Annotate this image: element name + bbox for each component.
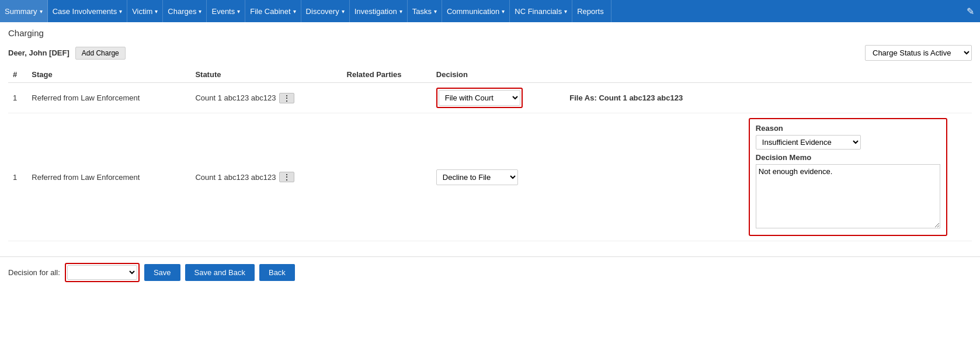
summary-arrow-icon: ▾	[40, 8, 43, 15]
row1-reason-col	[744, 83, 972, 113]
charges-table: # Stage Statute Related Parties Decision…	[8, 67, 972, 241]
reason-select[interactable]: Insufficient Evidence No Probable Cause …	[756, 135, 861, 150]
nav-item-events[interactable]: Events ▾	[207, 0, 245, 22]
victim-arrow-icon: ▾	[155, 8, 158, 15]
nav-item-nc-financials[interactable]: NC Financials ▾	[510, 0, 572, 22]
col-header-reason	[744, 67, 972, 83]
row2-number: 1	[8, 113, 27, 241]
row2-decision-select[interactable]: File with Court Decline to File No Actio…	[436, 169, 518, 185]
footer-bar: Decision for all: File with Court Declin…	[0, 256, 980, 288]
back-button[interactable]: Back	[259, 264, 295, 281]
nav-item-discovery[interactable]: Discovery ▾	[301, 0, 350, 22]
page-title: Charging	[0, 22, 980, 41]
tasks-arrow-icon: ▾	[434, 8, 437, 15]
row1-file-as-label: File As: Count 1 abc123 abc123	[569, 90, 683, 102]
row2-file-as-col	[565, 113, 744, 241]
case-involvements-arrow-icon: ▾	[119, 8, 122, 15]
table-row: 1 Referred from Law Enforcement Count 1 …	[8, 83, 972, 113]
row2-decision-cell: File with Court Decline to File No Actio…	[432, 113, 565, 241]
add-charge-button[interactable]: Add Charge	[75, 47, 126, 60]
charges-arrow-icon: ▾	[199, 8, 201, 15]
row1-statute-menu-button[interactable]: ⋮	[279, 93, 294, 103]
top-row: Deer, John [DEF] Add Charge Charge Statu…	[8, 45, 972, 61]
row1-decision-highlighted: File with Court Decline to File No Actio…	[436, 88, 523, 108]
col-header-statute: Statute	[190, 67, 342, 83]
decision-for-all-select[interactable]: File with Court Decline to File No Actio…	[67, 265, 137, 280]
discovery-arrow-icon: ▾	[342, 8, 345, 15]
navbar: Summary ▾ Case Involvements ▾ Victim ▾ C…	[0, 0, 980, 22]
nav-item-case-involvements[interactable]: Case Involvements ▾	[48, 0, 128, 22]
row2-stage: Referred from Law Enforcement	[27, 113, 190, 241]
events-arrow-icon: ▾	[237, 8, 240, 15]
nav-item-reports[interactable]: Reports	[572, 0, 611, 22]
file-cabinet-arrow-icon: ▾	[293, 8, 296, 15]
defendant-name: Deer, John [DEF]	[8, 48, 69, 57]
row1-stage: Referred from Law Enforcement	[27, 83, 190, 113]
charge-status-container: Charge Status is Active Charge Status is…	[865, 45, 972, 61]
row1-file-as-col: File As: Count 1 abc123 abc123	[565, 83, 744, 113]
col-header-stage: Stage	[27, 67, 190, 83]
row1-number: 1	[8, 83, 27, 113]
reason-panel: Reason Insufficient Evidence No Probable…	[749, 118, 947, 236]
row1-decision-cell: File with Court Decline to File No Actio…	[432, 83, 565, 113]
defendant-info: Deer, John [DEF] Add Charge	[8, 47, 126, 60]
row2-related-parties	[342, 113, 432, 241]
row2-reason-panel-col: Reason Insufficient Evidence No Probable…	[744, 113, 972, 241]
decision-memo-textarea[interactable]: Not enough evidence.	[756, 164, 940, 228]
row1-statute: Count 1 abc123 abc123 ⋮	[190, 83, 342, 113]
communication-arrow-icon: ▾	[502, 8, 505, 15]
save-and-back-button[interactable]: Save and Back	[185, 264, 255, 281]
col-header-decision: Decision	[432, 67, 565, 83]
content-area: Deer, John [DEF] Add Charge Charge Statu…	[0, 41, 980, 251]
nav-item-victim[interactable]: Victim ▾	[127, 0, 163, 22]
nav-item-investigation[interactable]: Investigation ▾	[350, 0, 408, 22]
row1-related-parties	[342, 83, 432, 113]
col-header-related-parties: Related Parties	[342, 67, 432, 83]
row1-statute-cell: Count 1 abc123 abc123 ⋮	[195, 93, 337, 103]
col-header-extra	[565, 67, 744, 83]
charge-status-select[interactable]: Charge Status is Active Charge Status is…	[865, 45, 972, 61]
save-button[interactable]: Save	[144, 264, 180, 281]
table-row: 1 Referred from Law Enforcement Count 1 …	[8, 113, 972, 241]
row1-decision-select[interactable]: File with Court Decline to File No Actio…	[439, 90, 520, 106]
nav-item-charges[interactable]: Charges ▾	[163, 0, 207, 22]
nav-item-summary[interactable]: Summary ▾	[0, 0, 48, 22]
reason-title: Reason	[756, 124, 940, 133]
nav-item-tasks[interactable]: Tasks ▾	[408, 0, 442, 22]
decision-for-all-label: Decision for all:	[8, 268, 60, 277]
edit-icon[interactable]: ✎	[961, 0, 980, 22]
decision-memo-label: Decision Memo	[756, 153, 940, 162]
nav-item-file-cabinet[interactable]: File Cabinet ▾	[245, 0, 301, 22]
table-header-row: # Stage Statute Related Parties Decision	[8, 67, 972, 83]
nav-item-communication[interactable]: Communication ▾	[442, 0, 510, 22]
row2-statute-menu-button[interactable]: ⋮	[279, 172, 294, 182]
decision-for-all-wrapper: File with Court Decline to File No Actio…	[65, 263, 140, 282]
col-header-number: #	[8, 67, 27, 83]
nc-financials-arrow-icon: ▾	[564, 8, 567, 15]
investigation-arrow-icon: ▾	[399, 8, 402, 15]
row2-statute: Count 1 abc123 abc123 ⋮	[190, 113, 342, 241]
row2-statute-cell: Count 1 abc123 abc123 ⋮	[195, 172, 337, 182]
